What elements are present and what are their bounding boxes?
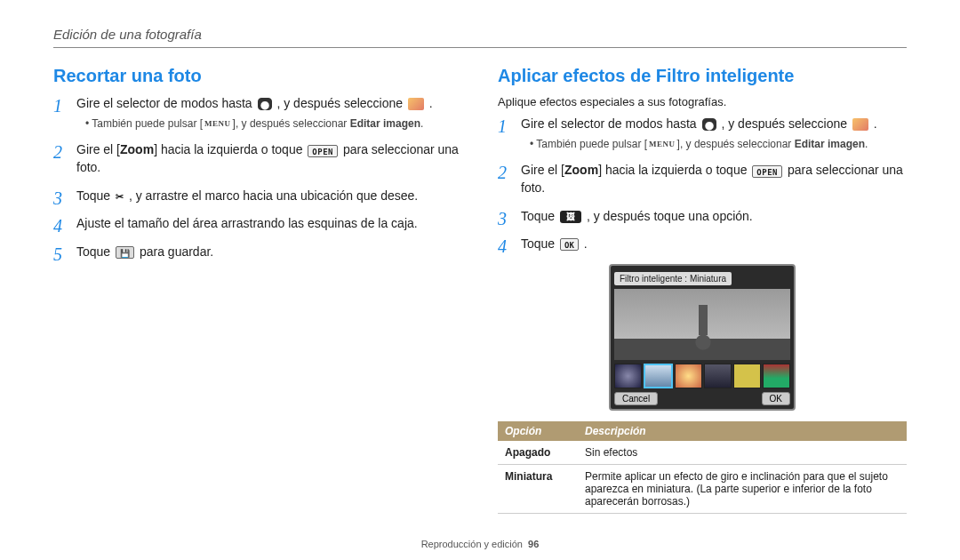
ok-button[interactable]: OK <box>762 392 790 405</box>
menu-button-icon: MENU <box>649 138 676 150</box>
crop-step-1: Gire el selector de modos hasta ⬤ , y de… <box>53 95 462 131</box>
heading-smart-filter: Aplicar efectos de Filtro inteligente <box>498 66 907 86</box>
smart-filter-intro: Aplique efectos especiales a sus fotogra… <box>498 95 907 108</box>
edit-image-icon <box>408 98 424 110</box>
crop-icon <box>116 190 124 203</box>
page-footer: Reproducción y edición 96 <box>0 539 960 549</box>
filter-step-1-note: También puede pulsar [MENU], y después s… <box>521 137 907 152</box>
filter-options-table: Opción Descripción Apagado Sin efectos M… <box>498 421 907 514</box>
edit-image-icon <box>852 118 868 131</box>
filter-preview: Filtro inteligente : Miniatura Cancel OK <box>609 264 796 411</box>
save-icon: 💾 <box>116 246 134 259</box>
section-smart-filter: Aplicar efectos de Filtro inteligente Ap… <box>498 66 907 514</box>
crop-step-5: Toque 💾 para guardar. <box>53 244 462 261</box>
filter-preview-image <box>614 289 790 360</box>
filter-step-2: Gire el [Zoom] hacia la izquierda o toqu… <box>498 162 907 196</box>
table-row: Apagado Sin efectos <box>498 441 907 465</box>
cancel-button[interactable]: Cancel <box>614 392 658 405</box>
table-header-option: Opción <box>498 421 578 441</box>
mode-dial-icon: ⬤ <box>258 98 272 110</box>
table-row: Miniatura Permite aplicar un efecto de g… <box>498 464 907 513</box>
crop-step-2: Gire el [Zoom] hacia la izquierda o toqu… <box>53 141 462 176</box>
filter-thumb[interactable] <box>733 364 761 388</box>
filter-thumb-selected[interactable] <box>644 364 673 388</box>
crop-step-3: Toque , y arrastre el marco hacia una ub… <box>53 188 462 205</box>
ok-button-icon: OK <box>560 238 579 251</box>
filter-step-3: Toque 🖼 , y después toque una opción. <box>498 208 907 226</box>
filter-thumb[interactable] <box>763 364 790 388</box>
filter-thumb[interactable] <box>704 364 732 388</box>
filter-step-1: Gire el selector de modos hasta ⬤ , y de… <box>498 116 907 151</box>
breadcrumb: Edición de una fotografía <box>53 27 907 48</box>
table-header-description: Descripción <box>578 421 907 441</box>
filter-thumb[interactable] <box>614 364 642 388</box>
section-crop: Recortar una foto Gire el selector de mo… <box>53 66 462 514</box>
filter-preview-label: Filtro inteligente : Miniatura <box>614 272 732 285</box>
smart-filter-icon: 🖼 <box>560 211 581 223</box>
menu-button-icon: MENU <box>204 117 231 130</box>
crop-step-4: Ajuste el tamaño del área arrastrando la… <box>53 215 462 233</box>
heading-crop: Recortar una foto <box>53 66 462 86</box>
filter-thumbnail-strip <box>614 364 790 388</box>
open-button-icon: OPEN <box>752 165 782 178</box>
filter-thumb[interactable] <box>675 364 702 388</box>
open-button-icon: OPEN <box>308 145 338 157</box>
mode-dial-icon: ⬤ <box>702 118 716 131</box>
crop-step-1-note: También puede pulsar [MENU], y después s… <box>76 116 462 132</box>
filter-step-4: Toque OK . <box>498 236 907 253</box>
